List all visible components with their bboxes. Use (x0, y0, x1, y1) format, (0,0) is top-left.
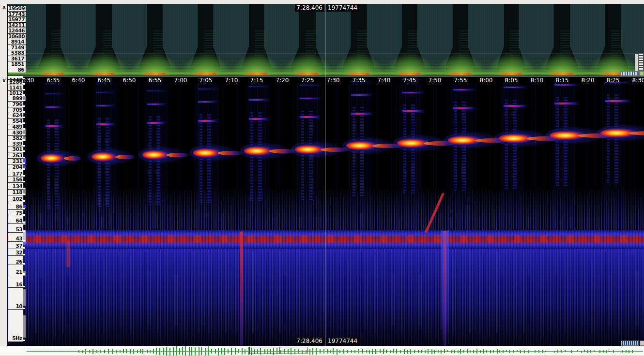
freq-tick-label: 75 (8, 210, 23, 216)
waveform-tick (517, 350, 518, 352)
waveform-tick (524, 350, 525, 353)
waveform-tick (358, 349, 359, 354)
waveform-tick (441, 350, 442, 354)
waveform-tick (221, 348, 222, 355)
freq-tick-label: 1286 (8, 79, 23, 85)
playback-cursor-line-bottom (325, 76, 325, 346)
freq-tick-label: 14211 (8, 22, 26, 28)
fft-progress-horizontal-icon (620, 71, 639, 76)
freq-tick-label: 3617 (8, 56, 26, 61)
call-green-glow (231, 52, 282, 75)
time-tick-label: 6:50 (119, 77, 140, 84)
freq-tick-mark (23, 273, 25, 275)
waveform-tick (100, 350, 101, 353)
waveform-tick (140, 349, 141, 353)
call-orange-streak (92, 73, 117, 75)
top-pane-close-button[interactable]: x (1, 4, 7, 10)
bottom-pane-close-button[interactable]: x (1, 78, 7, 83)
time-tick-label: 8:00 (475, 77, 497, 84)
spectrogram-viewer-window: { "window": {"background": "#ece9e4"}, "… (0, 0, 644, 356)
time-tick-label: 8:30 (628, 77, 644, 84)
call-orange-streak (142, 73, 168, 75)
freq-tick-separator (8, 275, 23, 275)
freq-tick-label: 118 (8, 189, 23, 195)
waveform-tick (199, 347, 199, 356)
waveform-overview[interactable] (0, 346, 644, 356)
waveform-tick (228, 349, 229, 354)
freq-tick-label: 554 (8, 118, 23, 124)
waveform-tick (454, 350, 455, 353)
waveform-tick (528, 350, 529, 353)
freq-tick-mark (23, 254, 25, 255)
waveform-tick (581, 351, 582, 353)
call-orange-streak (244, 73, 269, 75)
waveform-tick (316, 348, 317, 355)
waveform-tick (599, 350, 600, 353)
waveform-tick (421, 350, 422, 353)
freq-tick-mark (23, 231, 25, 232)
waveform-tick (362, 349, 363, 354)
freq-tick-label: 8914 (8, 39, 26, 44)
freq-tick-label: 21 (8, 269, 23, 275)
bottom-spectrogram-pane[interactable]: 6:306:356:406:456:506:557:007:057:107:15… (7, 76, 644, 346)
waveform-tick (393, 349, 394, 353)
waveform-tick (153, 349, 154, 354)
freq-tick-label: 86 (8, 204, 23, 209)
waveform-tick (444, 349, 445, 353)
waveform-tick (176, 346, 177, 356)
waveform-tick (108, 349, 109, 354)
waveform-tick (309, 349, 310, 355)
freq-tick-mark (23, 117, 25, 118)
call-green-glow (79, 52, 129, 75)
freq-tick-separator (8, 170, 23, 170)
waveform-tick (245, 349, 245, 354)
waveform-tick (565, 350, 566, 352)
freq-tick-mark (23, 139, 25, 141)
waveform-tick (147, 350, 148, 353)
call-green-glow (486, 52, 537, 75)
freq-tick-mark (23, 214, 25, 216)
call-orange-streak (41, 73, 66, 75)
waveform-tick (130, 349, 131, 354)
waveform-tick (629, 350, 629, 353)
cursor-sample-label-bottom: 19774744 (326, 338, 359, 345)
waveform-tick (490, 350, 491, 353)
freq-tick-mark (23, 286, 25, 287)
waveform-tick (509, 350, 510, 353)
freq-tick-separator (8, 249, 23, 249)
waveform-tick (133, 349, 134, 354)
waveform-tick (480, 350, 481, 353)
freq-tick-mark (23, 188, 25, 189)
freq-tick-label: 263 (8, 152, 23, 158)
call-orange-streak (397, 73, 422, 75)
call-orange-streak (295, 73, 320, 75)
fft-progress-horizontal2-icon (621, 341, 639, 346)
time-tick-label: 7:10 (221, 77, 242, 84)
waveform-tick (383, 349, 384, 354)
top-spectrogram-pane[interactable]: 7:28.406 19774744 1950917743159771421112… (7, 4, 644, 76)
transient-rising-chirp (425, 193, 445, 233)
time-tick-label: 8:10 (526, 77, 548, 84)
cursor-time-label: 7:28.406 (295, 4, 324, 12)
waveform-tick (613, 350, 614, 353)
waveform-tick (386, 350, 387, 353)
waveform-tick (499, 350, 500, 353)
waveform-tick (542, 350, 543, 353)
waveform-tick (520, 350, 521, 353)
freq-tick-mark (23, 240, 25, 241)
top-frequency-axis: 1950917743159771421112446106808914714953… (8, 5, 26, 73)
freq-tick-separator (8, 255, 23, 256)
freq-tick-separator (8, 265, 23, 265)
transient-vertical-streak (240, 231, 243, 346)
waveform-tick (451, 350, 452, 353)
freq-tick-label: 624 (8, 112, 23, 118)
waveform-tick (463, 350, 464, 353)
freq-tick-label: 1851 (8, 61, 26, 67)
waveform-tick (218, 348, 219, 356)
freq-tick-label: 10680 (8, 33, 26, 39)
visible-range-box[interactable] (249, 347, 307, 354)
freq-tick-separator (8, 216, 23, 216)
waveform-tick (438, 350, 439, 353)
transient-faint (66, 241, 70, 267)
freq-tick-mark (23, 83, 25, 85)
